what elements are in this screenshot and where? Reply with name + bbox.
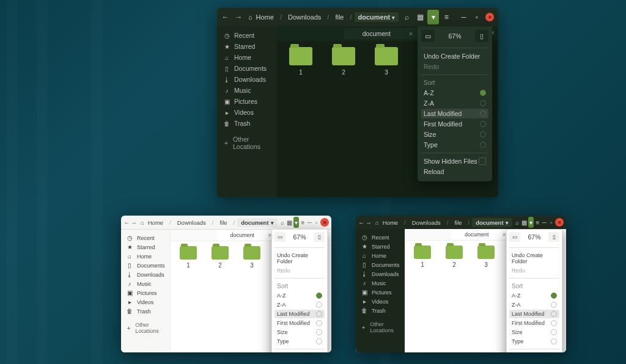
crumb-home[interactable]: Home xyxy=(144,218,167,227)
zoom-in-button[interactable]: ▯ xyxy=(548,232,559,242)
crumb-document[interactable]: document▾ xyxy=(355,12,399,22)
menu-undo[interactable]: Undo Create Folder xyxy=(509,251,559,266)
grid-view-button[interactable]: ▦ xyxy=(414,10,426,24)
sidebar-item-music[interactable]: ♪Music xyxy=(358,278,402,288)
sidebar-item-starred[interactable]: ★Starred xyxy=(358,242,402,251)
sort-type[interactable]: Type xyxy=(509,337,559,346)
minimize-button[interactable]: ─ xyxy=(542,217,547,228)
sidebar-item-other-locations[interactable]: +Other Locations xyxy=(219,134,274,152)
sidebar-item-music[interactable]: ♪Music xyxy=(219,85,274,96)
sidebar-item-recent[interactable]: ◷Recent xyxy=(219,30,274,41)
sort-az[interactable]: A-Z xyxy=(509,291,559,300)
forward-button[interactable]: → xyxy=(366,217,372,228)
zoom-in-button[interactable]: ▯ xyxy=(475,30,488,42)
crumb-document[interactable]: document▾ xyxy=(237,218,277,227)
close-window-button[interactable]: ✕ xyxy=(320,217,329,228)
back-button[interactable]: ← xyxy=(358,217,364,228)
sidebar-item-other-locations[interactable]: +Other Locations xyxy=(358,320,402,335)
crumb-file[interactable]: file xyxy=(451,218,465,227)
crumb-downloads[interactable]: Downloads xyxy=(284,12,325,22)
sidebar-item-documents[interactable]: ▯Documents xyxy=(358,260,402,269)
forward-button[interactable]: → xyxy=(232,10,244,24)
crumb-downloads[interactable]: Downloads xyxy=(408,218,444,227)
folder-item[interactable]: 3 xyxy=(474,246,498,348)
crumb-file[interactable]: file xyxy=(331,12,347,22)
sidebar-item-trash[interactable]: 🗑Trash xyxy=(123,307,168,316)
maximize-button[interactable]: ▫ xyxy=(471,10,482,24)
sort-za[interactable]: Z-A xyxy=(421,98,488,108)
maximize-button[interactable]: ▫ xyxy=(548,217,554,228)
sidebar-item-recent[interactable]: ◷Recent xyxy=(358,233,402,242)
zoom-in-button[interactable]: ▯ xyxy=(314,232,325,242)
sort-za[interactable]: Z-A xyxy=(274,300,325,309)
sort-az[interactable]: A-Z xyxy=(421,88,488,98)
sidebar-item-pictures[interactable]: ▣Pictures xyxy=(123,288,168,297)
sidebar-item-home[interactable]: ⌂Home xyxy=(123,252,168,261)
forward-button[interactable]: → xyxy=(131,217,137,228)
sidebar-item-downloads[interactable]: ⭳Downloads xyxy=(219,74,274,85)
sort-first-modified[interactable]: First Modified xyxy=(421,119,488,129)
view-options-button[interactable]: ▾ xyxy=(528,217,534,228)
sort-type[interactable]: Type xyxy=(274,337,325,346)
zoom-out-button[interactable]: ▭ xyxy=(274,232,285,242)
sidebar-item-music[interactable]: ♪Music xyxy=(123,279,168,288)
search-button[interactable]: ⌕ xyxy=(515,217,520,228)
folder-item[interactable]: 2 xyxy=(208,246,232,348)
close-window-button[interactable]: ✕ xyxy=(555,217,564,228)
folder-item[interactable]: 2 xyxy=(443,246,466,348)
crumb-home[interactable]: Home xyxy=(252,12,278,22)
sort-az[interactable]: A-Z xyxy=(274,291,325,300)
crumb-home[interactable]: Home xyxy=(379,218,402,227)
search-button[interactable]: ⌕ xyxy=(401,10,413,24)
sort-size[interactable]: Size xyxy=(509,328,559,337)
minimize-button[interactable]: ─ xyxy=(458,10,470,24)
folder-item[interactable]: 1 xyxy=(177,246,200,348)
sort-type[interactable]: Type xyxy=(421,140,488,150)
zoom-out-button[interactable]: ▭ xyxy=(421,30,435,42)
folder-item[interactable]: 3 xyxy=(371,47,402,191)
close-window-button[interactable]: ✕ xyxy=(484,10,496,24)
grid-view-button[interactable]: ▦ xyxy=(287,217,292,228)
sidebar-item-starred[interactable]: ★Starred xyxy=(123,242,168,252)
menu-undo[interactable]: Undo Create Folder xyxy=(274,251,325,266)
sidebar-item-documents[interactable]: ▯Documents xyxy=(219,63,274,74)
minimize-button[interactable]: ─ xyxy=(307,217,312,228)
sort-last-modified[interactable]: Last Modified xyxy=(509,310,559,318)
sort-first-modified[interactable]: First Modified xyxy=(274,319,325,327)
sort-first-modified[interactable]: First Modified xyxy=(509,319,559,327)
sort-last-modified[interactable]: Last Modified xyxy=(274,310,325,318)
crumb-document[interactable]: document▾ xyxy=(472,218,512,227)
folder-item[interactable]: 3 xyxy=(240,246,263,348)
folder-item[interactable]: 1 xyxy=(411,246,434,348)
sort-size[interactable]: Size xyxy=(421,129,488,139)
sidebar-item-trash[interactable]: 🗑Trash xyxy=(219,118,274,129)
sort-za[interactable]: Z-A xyxy=(509,300,559,309)
sidebar-item-videos[interactable]: ▸Videos xyxy=(219,107,274,118)
hamburger-menu-button[interactable]: ≡ xyxy=(440,10,452,24)
folder-item[interactable]: 2 xyxy=(328,47,359,191)
back-button[interactable]: ← xyxy=(219,10,231,24)
sidebar-item-downloads[interactable]: ⭳Downloads xyxy=(123,270,168,279)
close-tab-button[interactable]: × xyxy=(409,30,413,37)
maximize-button[interactable]: ▫ xyxy=(314,217,319,228)
sidebar-item-pictures[interactable]: ▣Pictures xyxy=(219,96,274,107)
sidebar-item-home[interactable]: ⌂Home xyxy=(358,251,402,260)
sidebar-item-downloads[interactable]: ⭳Downloads xyxy=(358,269,402,278)
back-button[interactable]: ← xyxy=(123,217,130,228)
sidebar-item-documents[interactable]: ▯Documents xyxy=(123,261,168,270)
sidebar-item-videos[interactable]: ▸Videos xyxy=(358,297,402,306)
view-options-button[interactable]: ▾ xyxy=(293,217,299,228)
sidebar-item-pictures[interactable]: ▣Pictures xyxy=(358,288,402,297)
hamburger-menu-button[interactable]: ≡ xyxy=(535,217,540,228)
zoom-out-button[interactable]: ▭ xyxy=(509,232,520,242)
menu-reload[interactable]: Reload xyxy=(421,167,488,177)
sort-size[interactable]: Size xyxy=(274,328,325,337)
folder-item[interactable]: 1 xyxy=(285,47,316,191)
menu-undo[interactable]: Undo Create Folder xyxy=(421,51,488,61)
search-button[interactable]: ⌕ xyxy=(280,217,285,228)
sidebar-item-starred[interactable]: ★Starred xyxy=(219,41,274,52)
sidebar-item-recent[interactable]: ◷Recent xyxy=(123,233,168,242)
grid-view-button[interactable]: ▦ xyxy=(521,217,527,228)
sidebar-item-home[interactable]: ⌂Home xyxy=(219,52,274,63)
menu-show-hidden[interactable]: Show Hidden Files xyxy=(421,156,488,166)
